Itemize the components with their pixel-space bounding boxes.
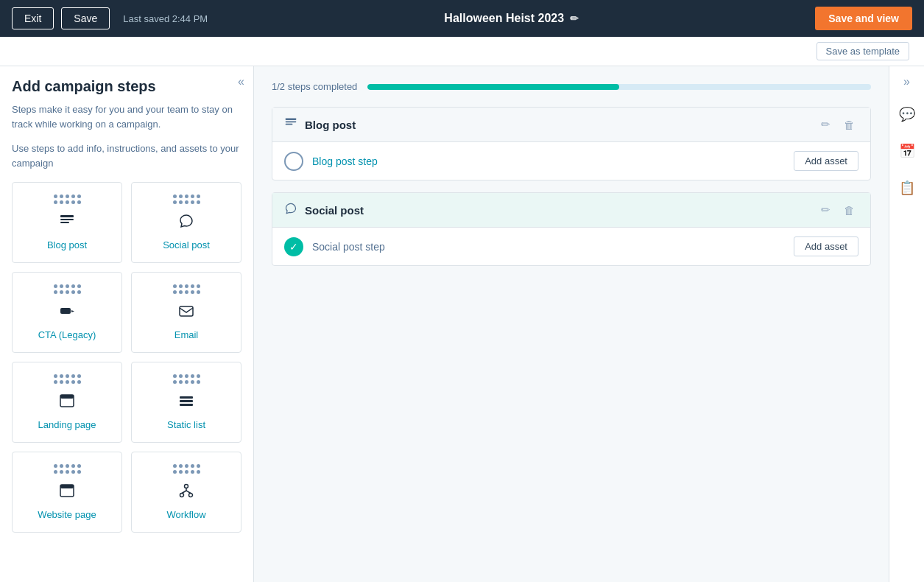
step-card-label-website-page: Website page — [38, 509, 96, 520]
step-card-label-email: Email — [174, 329, 199, 340]
svg-rect-7 — [180, 396, 193, 399]
step-row-social-post-step: ✓ Social post step Add asset — [272, 228, 870, 265]
topbar: Exit Save Last saved 2:44 PM Halloween H… — [0, 0, 924, 37]
section-blog-post-section: Blog post ✏ 🗑 Blog post step Add asset — [272, 107, 871, 180]
step-card-dots-social-post — [173, 194, 200, 204]
step-cards-grid: Blog post Social post CTA (Legacy) Email… — [12, 182, 241, 544]
svg-point-14 — [189, 494, 193, 497]
sidebar-description: Steps make it easy for you and your team… — [12, 102, 241, 131]
left-sidebar: « Add campaign steps Steps make it easy … — [0, 66, 254, 582]
step-card-dots-blog-post — [54, 194, 81, 204]
section-actions-blog-post-section: ✏ 🗑 — [817, 116, 858, 133]
edit-section-button-social-post-section[interactable]: ✏ — [817, 202, 834, 218]
campaign-title-container: Halloween Heist 2023 ✏ — [215, 12, 808, 25]
add-asset-button-social-post-step[interactable]: Add asset — [794, 236, 858, 256]
step-card-workflow[interactable]: Workflow — [131, 452, 241, 533]
step-card-label-social-post: Social post — [163, 239, 210, 250]
chat-icon[interactable]: 💬 — [896, 103, 918, 125]
section-actions-social-post-section: ✏ 🗑 — [817, 202, 858, 218]
step-card-social-post[interactable]: Social post — [131, 182, 241, 263]
step-card-dots-website-page — [54, 464, 81, 474]
section-social-post-section: Social post ✏ 🗑 ✓ Social post step Add a… — [272, 192, 871, 266]
step-card-label-static-list: Static list — [167, 419, 205, 430]
step-card-label-landing-page: Landing page — [38, 419, 96, 430]
step-card-blog-post[interactable]: Blog post — [12, 182, 122, 263]
step-row-blog-post-step: Blog post step Add asset — [272, 142, 870, 180]
section-icon-social-post-section — [284, 202, 297, 218]
svg-point-12 — [185, 485, 188, 488]
main-layout: « Add campaign steps Steps make it easy … — [0, 66, 924, 582]
svg-rect-9 — [180, 404, 193, 406]
exit-button[interactable]: Exit — [12, 7, 54, 29]
svg-rect-8 — [180, 400, 193, 402]
svg-rect-6 — [60, 395, 74, 399]
progress-row: 1/2 steps completed — [272, 81, 871, 92]
save-and-view-button[interactable]: Save and view — [815, 7, 912, 30]
secondary-bar: Save as template — [0, 37, 924, 66]
step-card-icon-landing-page — [59, 393, 75, 413]
step-name-social-post-step: Social post step — [312, 241, 785, 253]
svg-rect-0 — [60, 215, 74, 217]
section-title-blog-post-section: Blog post — [305, 119, 810, 131]
right-content: 1/2 steps completed Blog post ✏ 🗑 Blog p… — [254, 66, 889, 582]
svg-rect-18 — [286, 118, 297, 119]
step-card-cta-legacy[interactable]: CTA (Legacy) — [12, 272, 122, 353]
sidebar-instruction: Use steps to add info, instructions, and… — [12, 141, 241, 170]
svg-line-17 — [186, 491, 191, 494]
step-card-icon-static-list — [178, 393, 194, 413]
edit-section-button-blog-post-section[interactable]: ✏ — [817, 116, 834, 133]
step-card-label-blog-post: Blog post — [47, 239, 87, 250]
edit-title-icon[interactable]: ✏ — [570, 13, 579, 24]
svg-rect-1 — [60, 219, 74, 220]
svg-rect-3 — [60, 308, 71, 314]
svg-rect-2 — [60, 222, 69, 223]
collapse-sidebar-button[interactable]: « — [238, 75, 244, 88]
progress-label: 1/2 steps completed — [272, 81, 357, 92]
step-card-label-workflow: Workflow — [166, 509, 205, 520]
step-card-landing-page[interactable]: Landing page — [12, 362, 122, 443]
step-card-icon-cta-legacy — [59, 303, 75, 323]
calendar-icon[interactable]: 📅 — [896, 140, 918, 162]
svg-rect-20 — [286, 124, 293, 125]
collapse-right-panel-button[interactable]: » — [903, 75, 910, 88]
last-saved-timestamp: Last saved 2:44 PM — [123, 13, 208, 24]
right-panel: » 💬 📅 📋 — [889, 66, 924, 582]
delete-section-button-social-post-section[interactable]: 🗑 — [840, 203, 858, 218]
section-header-social-post-section: Social post ✏ 🗑 — [272, 193, 870, 228]
progress-bar-fill — [367, 84, 619, 90]
step-card-icon-website-page — [59, 483, 75, 503]
step-card-website-page[interactable]: Website page — [12, 452, 122, 533]
svg-rect-4 — [180, 306, 193, 316]
campaign-sections: Blog post ✏ 🗑 Blog post step Add asset S… — [272, 107, 871, 266]
step-card-dots-cta-legacy — [54, 284, 81, 294]
step-checkbox-blog-post-step — [284, 152, 303, 171]
step-card-static-list[interactable]: Static list — [131, 362, 241, 443]
section-icon-blog-post-section — [284, 116, 297, 133]
save-as-template-button[interactable]: Save as template — [817, 42, 909, 60]
svg-line-16 — [182, 491, 186, 494]
sidebar-title: Add campaign steps — [12, 78, 241, 95]
step-checkbox-social-post-step: ✓ — [284, 237, 303, 256]
section-header-blog-post-section: Blog post ✏ 🗑 — [272, 108, 870, 142]
step-card-icon-workflow — [178, 483, 194, 503]
progress-bar-background — [367, 84, 871, 90]
add-asset-button-blog-post-step[interactable]: Add asset — [794, 151, 858, 171]
svg-rect-19 — [286, 122, 297, 123]
svg-point-13 — [180, 494, 184, 497]
save-button[interactable]: Save — [61, 7, 110, 29]
step-card-dots-email — [173, 284, 200, 294]
step-card-icon-social-post — [178, 213, 194, 234]
svg-rect-11 — [60, 485, 74, 488]
step-card-dots-workflow — [173, 464, 200, 474]
step-card-dots-static-list — [173, 374, 200, 384]
step-name-blog-post-step: Blog post step — [312, 155, 785, 167]
step-card-icon-email — [178, 303, 194, 323]
step-card-icon-blog-post — [59, 213, 75, 234]
step-card-dots-landing-page — [54, 374, 81, 384]
campaign-title: Halloween Heist 2023 — [444, 12, 564, 25]
section-title-social-post-section: Social post — [305, 204, 810, 217]
step-card-email[interactable]: Email — [131, 272, 241, 353]
clipboard-icon[interactable]: 📋 — [896, 177, 918, 199]
delete-section-button-blog-post-section[interactable]: 🗑 — [840, 117, 858, 133]
step-card-label-cta-legacy: CTA (Legacy) — [38, 329, 96, 340]
